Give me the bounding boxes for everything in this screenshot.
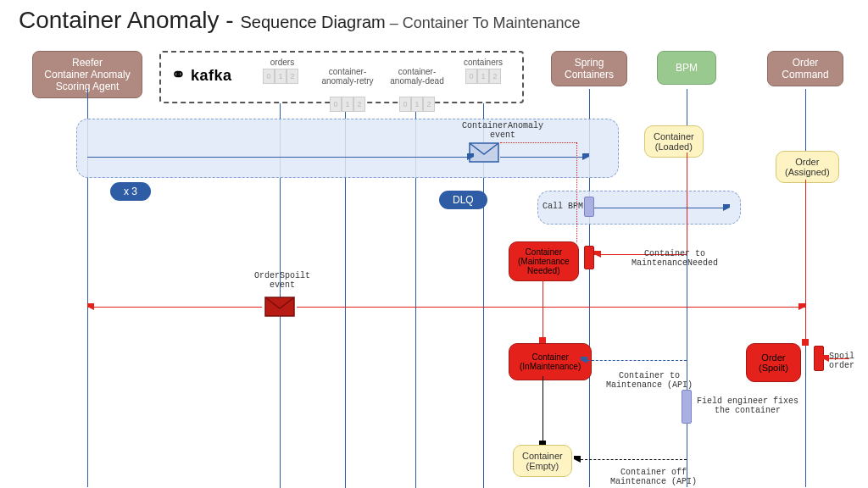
page-title: Container Anomaly - Sequence Diagram – C… <box>19 7 581 34</box>
arrow-bpm-down <box>687 152 687 254</box>
participant-bpm: BPM <box>657 51 716 85</box>
arrow-order-down <box>805 180 806 341</box>
topic-label: container- anomaly-retry <box>314 67 381 86</box>
badge-dlq: DLQ <box>439 191 487 209</box>
kafka-logo-text: kafka <box>191 67 232 84</box>
topic-label: containers <box>458 58 509 67</box>
partition: 1 <box>477 69 489 84</box>
arrowhead <box>467 153 474 160</box>
partition: 0 <box>399 97 411 112</box>
label-anomaly-event: ContainerAnomaly event <box>462 121 543 140</box>
badge-retry-count: x 3 <box>110 182 151 201</box>
label-off-maint: Container off Maintenance (API) <box>610 468 697 486</box>
state-in-maintenance: Container (InMaintenance) <box>509 343 592 380</box>
arrow-maint-down <box>542 275 543 339</box>
activation-spring <box>584 197 594 217</box>
arrowhead <box>802 339 809 346</box>
state-container-loaded: Container (Loaded) <box>644 125 704 158</box>
partition: 1 <box>411 97 423 112</box>
participant-order: Order Command <box>767 51 843 86</box>
activation-bpm-fieldeng <box>682 390 692 424</box>
arrowhead <box>574 456 581 463</box>
arrow-inmaint-down <box>542 376 543 442</box>
partition: 2 <box>353 97 365 112</box>
envelope-red-icon <box>264 297 295 317</box>
kafka-broker-box: ⚭ kafka orders 012 container- anomaly-re… <box>159 51 524 103</box>
partition: 2 <box>489 69 501 84</box>
topic-orders: orders 012 <box>263 58 302 84</box>
topic-containers: containers 012 <box>458 58 509 84</box>
partition: 1 <box>275 69 287 84</box>
title-main: Container Anomaly - <box>19 7 240 33</box>
arrowhead <box>798 303 805 310</box>
topic-retry: container- anomaly-retry 012 <box>314 58 381 121</box>
partition: 0 <box>330 97 342 112</box>
topic-label: orders <box>263 58 302 67</box>
partition: 0 <box>263 69 275 84</box>
activation-spring-red <box>584 246 594 269</box>
label-order-spoilt-event: OrderSpoilt event <box>254 271 310 290</box>
arrow-spoilt-to-reefer <box>87 307 262 308</box>
arrowhead <box>594 251 601 258</box>
state-order-spoilt: Order (Spoilt) <box>746 343 801 382</box>
partition: 1 <box>342 97 353 112</box>
partition: 2 <box>287 69 298 84</box>
arrow-anomaly-to-topic <box>87 157 467 158</box>
partition: 2 <box>423 97 435 112</box>
label-field-engineer: Field engineer fixes the container <box>697 396 798 415</box>
title-sub2: – Container To Maintenance <box>386 14 581 31</box>
label-to-maint-needed: Container to MaintenanceNeeded <box>632 249 718 268</box>
kafka-logo: ⚭ kafka <box>171 64 232 85</box>
arrowhead <box>581 357 587 363</box>
participant-spring: Spring Containers <box>551 51 627 86</box>
partition: 0 <box>465 69 477 84</box>
arrow-anomaly-dotted-h <box>500 142 576 143</box>
state-container-empty: Container (Empty) <box>513 445 572 477</box>
arrowhead <box>582 153 589 160</box>
arrow-topic-to-spring <box>500 157 582 158</box>
state-order-assigned: Order (Assigned) <box>776 151 839 183</box>
arrowhead <box>87 303 94 310</box>
arrow-spoilt-to-order <box>297 307 805 308</box>
title-sub1: Sequence Diagram <box>240 13 385 31</box>
arrow-to-maint-api <box>583 360 687 361</box>
arrowhead <box>822 355 829 362</box>
arrow-anomaly-dotted <box>576 142 577 242</box>
state-maintenance-needed: Container (Maintenance Needed) <box>509 241 579 281</box>
arrow-off-maint <box>576 459 687 460</box>
topic-dead: container- anomaly-dead 012 <box>383 58 451 121</box>
arrow-call-bpm <box>594 208 723 208</box>
topic-label: container- anomaly-dead <box>383 67 451 86</box>
label-spoil-order: Spoil order <box>829 352 854 370</box>
arrowhead <box>723 204 730 211</box>
label-to-maint-api: Container to Maintenance (API) <box>606 371 693 390</box>
